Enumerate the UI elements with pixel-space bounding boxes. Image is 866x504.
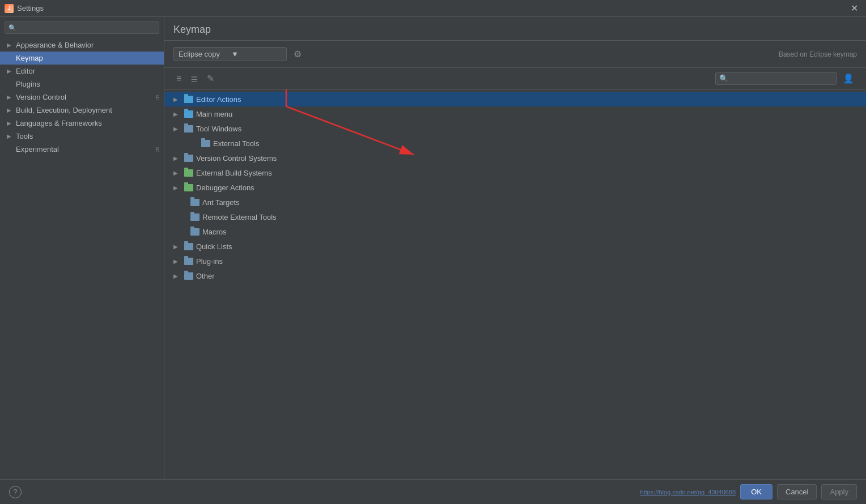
tree-label-plug-ins: Plug-ins <box>196 257 223 266</box>
sidebar-search-input[interactable] <box>19 24 155 32</box>
tree-arrow-main-menu: ▶ <box>173 111 181 117</box>
expand-all-button[interactable]: ≣ <box>188 71 201 86</box>
tree-arrow-plug-ins: ▶ <box>173 258 181 264</box>
tree-arrow-tool-windows: ▶ <box>173 126 181 132</box>
folder-icon-quick-lists <box>184 243 193 250</box>
tree-item-other[interactable]: ▶ Other <box>164 268 866 283</box>
search-field[interactable]: 🔍 <box>715 72 837 85</box>
cancel-button[interactable]: Cancel <box>777 484 817 499</box>
dropdown-arrow-icon: ▼ <box>231 50 282 58</box>
content-header: Keymap <box>164 17 866 41</box>
title-bar: J Settings ✕ <box>0 0 866 17</box>
tree-item-editor-actions[interactable]: ▶ Editor Actions <box>164 92 866 106</box>
search-icon: 🔍 <box>719 74 728 83</box>
tree-label-other: Other <box>196 272 215 280</box>
tree-item-remote-external-tools[interactable]: Remote External Tools <box>164 210 866 224</box>
sidebar-item-plugins[interactable]: Plugins <box>0 78 164 91</box>
sidebar-search-box[interactable]: 🔍 <box>5 22 159 34</box>
folder-icon-external-tools <box>201 140 210 147</box>
keymap-left: Eclipse copy ▼ ⚙ <box>173 46 304 62</box>
sidebar-search-icon: 🔍 <box>9 24 16 32</box>
sidebar-item-label-languages: Languages & Frameworks <box>16 119 159 127</box>
gear-button[interactable]: ⚙ <box>291 46 304 62</box>
sidebar-item-label-editor: Editor <box>16 67 159 75</box>
tree-item-ant-targets[interactable]: Ant Targets <box>164 195 866 210</box>
sidebar-item-keymap[interactable]: Keymap <box>0 52 164 65</box>
folder-icon-vcs <box>184 155 193 162</box>
sidebar-item-languages[interactable]: ▶ Languages & Frameworks <box>0 117 164 130</box>
tree-arrow-editor-actions: ▶ <box>173 96 181 102</box>
folder-icon-plug-ins <box>184 258 193 265</box>
apply-button[interactable]: Apply <box>821 484 857 499</box>
sidebar-item-build[interactable]: ▶ Build, Execution, Deployment <box>0 104 164 117</box>
help-button[interactable]: ? <box>9 486 22 498</box>
sidebar-item-label-plugins: Plugins <box>16 80 159 88</box>
url-link[interactable]: https://blog.csdn.net/qq_43040688 <box>640 489 736 496</box>
tree-label-debugger-actions: Debugger Actions <box>196 183 254 192</box>
tree-item-quick-lists[interactable]: ▶ Quick Lists <box>164 239 866 254</box>
copy-icon-experimental: ⎘ <box>156 146 159 152</box>
sidebar-item-label-tools: Tools <box>16 132 159 140</box>
folder-icon-ant-targets <box>190 199 199 206</box>
tree-label-external-tools: External Tools <box>213 139 259 148</box>
keymap-selected-value: Eclipse copy <box>179 50 229 58</box>
tree-label-macros: Macros <box>202 228 227 236</box>
ok-button[interactable]: OK <box>740 484 772 499</box>
collapse-all-button[interactable]: ≡ <box>173 71 184 86</box>
tree-arrow-debugger-actions: ▶ <box>173 185 181 191</box>
sidebar-item-label-appearance: Appearance & Behavior <box>16 41 159 49</box>
tree-item-debugger-actions[interactable]: ▶ Debugger Actions <box>164 180 866 195</box>
tree-label-editor-actions: Editor Actions <box>196 95 241 104</box>
page-title: Keymap <box>173 24 211 36</box>
tree-label-main-menu: Main menu <box>196 110 232 118</box>
sidebar-item-editor[interactable]: ▶ Editor <box>0 65 164 78</box>
bottom-right: https://blog.csdn.net/qq_43040688 OK Can… <box>640 484 857 499</box>
folder-icon-macros <box>190 228 199 236</box>
tree-item-plug-ins[interactable]: ▶ Plug-ins <box>164 254 866 268</box>
sidebar-item-appearance[interactable]: ▶ Appearance & Behavior <box>0 39 164 52</box>
keymap-search-input[interactable] <box>731 75 833 83</box>
window-title: Settings <box>17 4 44 12</box>
tree-item-external-tools[interactable]: External Tools <box>164 136 866 151</box>
folder-icon-tool-windows <box>184 125 193 133</box>
keymap-tree-list[interactable]: ▶ Editor Actions ▶ Main menu ▶ Tool Wind… <box>164 89 866 479</box>
tree-label-external-build: External Build Systems <box>196 169 272 177</box>
sidebar: 🔍 ▶ Appearance & Behavior Keymap ▶ Edito… <box>0 17 164 479</box>
expand-arrow-tools: ▶ <box>7 133 14 139</box>
copy-icon-version-control: ⎘ <box>156 94 159 100</box>
bottom-bar: ? https://blog.csdn.net/qq_43040688 OK C… <box>0 479 866 504</box>
tree-item-main-menu[interactable]: ▶ Main menu <box>164 106 866 121</box>
find-shortcut-button[interactable]: 👤 <box>840 71 857 86</box>
sidebar-item-version-control[interactable]: ▶ Version Control ⎘ <box>0 91 164 104</box>
tree-item-external-build[interactable]: ▶ External Build Systems <box>164 165 866 180</box>
title-bar-left: J Settings <box>5 4 44 13</box>
folder-icon-debugger-actions <box>184 184 193 191</box>
expand-arrow-appearance: ▶ <box>7 42 14 48</box>
keymap-controls: Eclipse copy ▼ ⚙ Based on Eclipse keymap <box>164 41 866 68</box>
app-icon: J <box>5 4 14 13</box>
tree-item-macros[interactable]: Macros <box>164 224 866 239</box>
tree-label-quick-lists: Quick Lists <box>196 242 232 251</box>
keymap-dropdown[interactable]: Eclipse copy ▼ <box>173 47 287 61</box>
tree-arrow-other: ▶ <box>173 273 181 279</box>
edit-button[interactable]: ✎ <box>204 71 217 86</box>
tree-item-vcs[interactable]: ▶ Version Control Systems <box>164 151 866 165</box>
folder-icon-other <box>184 272 193 280</box>
tree-arrow-quick-lists: ▶ <box>173 244 181 250</box>
tree-label-tool-windows: Tool Windows <box>196 125 241 133</box>
search-area: 🔍 👤 <box>715 71 857 86</box>
sidebar-item-tools[interactable]: ▶ Tools <box>0 130 164 143</box>
sidebar-item-label-experimental: Experimental <box>16 145 154 153</box>
based-on-label: Based on Eclipse keymap <box>779 50 857 58</box>
tree-label-vcs: Version Control Systems <box>196 154 277 163</box>
sidebar-item-label-version-control: Version Control <box>16 93 154 101</box>
sidebar-item-label-build: Build, Execution, Deployment <box>16 106 159 114</box>
close-button[interactable]: ✕ <box>847 2 861 15</box>
toolbar-row: ≡ ≣ ✎ 🔍 👤 <box>164 68 866 89</box>
tree-item-tool-windows[interactable]: ▶ Tool Windows <box>164 121 866 136</box>
sidebar-item-label-keymap: Keymap <box>16 54 159 62</box>
folder-icon-remote-external-tools <box>190 213 199 221</box>
folder-icon-editor-actions <box>184 96 193 103</box>
sidebar-item-experimental[interactable]: Experimental ⎘ <box>0 143 164 156</box>
expand-arrow-editor: ▶ <box>7 68 14 74</box>
